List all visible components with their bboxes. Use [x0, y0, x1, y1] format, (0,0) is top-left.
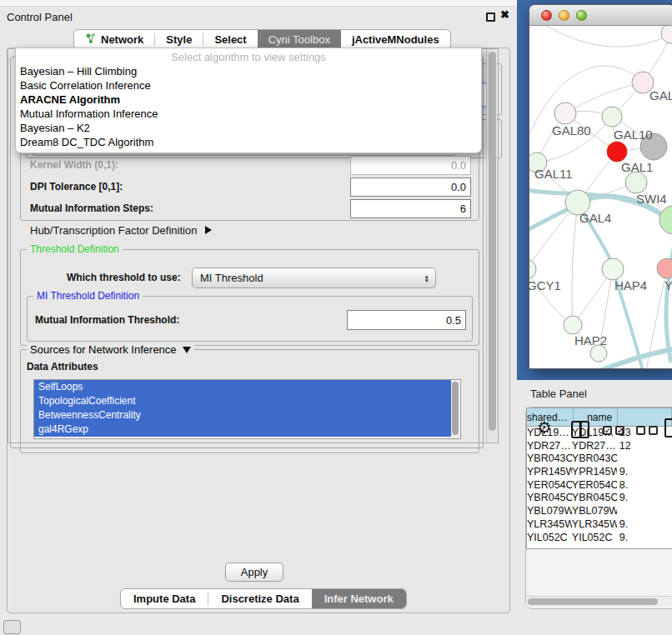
dpi-tolerance-field[interactable]: 0.0 — [350, 178, 471, 197]
svg-text:GAL10: GAL10 — [614, 128, 653, 142]
float-window-icon[interactable] — [486, 12, 495, 22]
minimize-traffic-light-icon[interactable] — [559, 10, 569, 21]
tab-infer-network[interactable]: Infer Network — [312, 589, 406, 608]
mi-threshold-label: Mutual Information Threshold: — [35, 314, 179, 326]
new-table-icon[interactable] — [664, 418, 672, 438]
control-panel-window: Control Panel ✖ Network Style — [0, 7, 517, 614]
apply-button[interactable]: Apply — [225, 562, 283, 582]
network-canvas[interactable]: GALGAL80GAL10GAL1GAL11GAL4SWI4GCY1HAP4YH… — [529, 26, 672, 369]
data-attributes-list[interactable]: SelfLoopsTopologicalCoefficientBetweenne… — [33, 379, 461, 439]
tab-select[interactable]: Select — [203, 30, 257, 49]
expand-right-icon — [205, 226, 212, 234]
tab-discretize-data[interactable]: Discretize Data — [208, 589, 311, 608]
kernel-width-field: 0.0 — [350, 156, 471, 175]
svg-text:SWI4: SWI4 — [636, 192, 667, 206]
network-tab-icon — [85, 32, 97, 47]
svg-text:HAP4: HAP4 — [614, 278, 647, 292]
data-attribute-item[interactable]: gal4RGexp — [34, 422, 451, 437]
tab-jactivemnodules[interactable]: jActiveMNodules — [341, 30, 450, 49]
table-body: YDL19…YDL19…13YDR27…YDR27…12YBR043CYBR04… — [527, 427, 672, 544]
mi-steps-field[interactable]: 6 — [350, 199, 471, 218]
data-attributes-label: Data Attributes — [27, 361, 98, 372]
collapse-down-icon — [183, 347, 191, 353]
table-panel-box: ⚙ ✓✓ shared…name YDL19…YDL19…13YDR27…YDR… — [525, 407, 672, 609]
app-root: Control Panel ✖ Network Style — [0, 0, 672, 635]
mi-threshold-title: MI Threshold Definition — [33, 290, 143, 302]
table-row[interactable]: YDR27…YDR27…12 — [527, 440, 672, 453]
algorithm-options: Bayesian – Hill ClimbingBasic Correlatio… — [16, 64, 481, 149]
table-row[interactable]: YIL052CYIL052C9. — [527, 532, 672, 545]
deselect-all-columns-icon[interactable] — [636, 426, 658, 435]
svg-text:Y: Y — [664, 278, 672, 292]
algorithm-option[interactable]: Bayesian – K2 — [16, 121, 481, 135]
close-icon[interactable]: ✖ — [500, 8, 509, 21]
which-threshold-label: Which threshold to use: — [67, 272, 181, 283]
dropdown-placeholder: Select algorithm to view settings — [16, 48, 481, 64]
dpi-tolerance-label: DPI Tolerance [0,1]: — [30, 181, 123, 192]
columns-icon[interactable] — [571, 421, 589, 438]
mi-threshold-field[interactable]: 0.5 — [347, 310, 466, 330]
data-attribute-item[interactable]: SelfLoops — [34, 380, 451, 394]
mi-steps-label: Mutual Information Steps: — [30, 202, 153, 214]
data-attribute-item[interactable]: BetweennessCentrality — [34, 408, 451, 422]
threshold-definition-title: Threshold Definition — [27, 243, 123, 255]
settings-scrollbar[interactable] — [486, 49, 497, 442]
which-threshold-combobox[interactable]: MI Threshold ▲▼ — [192, 268, 436, 288]
algorithm-option[interactable]: Bayesian – Hill Climbing — [16, 64, 481, 78]
minimized-panel-button[interactable] — [3, 620, 21, 634]
sources-title[interactable]: Sources for Network Inference — [27, 343, 194, 356]
table-row[interactable]: YBR045CYBR045C9. — [527, 492, 672, 505]
table-row[interactable]: YPR145WYPR145W9. — [527, 466, 672, 479]
zoom-traffic-light-icon[interactable] — [576, 10, 587, 21]
data-attribute-item[interactable]: TopologicalCoefficient — [34, 394, 451, 408]
algorithm-option[interactable]: Basic Correlation Inference — [16, 78, 481, 92]
tab-impute-data[interactable]: Impute Data — [121, 589, 208, 608]
network-window: GALGAL80GAL10GAL1GAL11GAL4SWI4GCY1HAP4YH… — [529, 4, 672, 369]
attributes-scrollbar[interactable] — [451, 381, 459, 439]
table-panel-title: Table Panel — [530, 388, 587, 400]
select-all-columns-icon[interactable]: ✓✓ — [603, 426, 624, 435]
svg-text:GAL1: GAL1 — [621, 160, 653, 174]
algorithm-dropdown: Select algorithm to view settings Bayesi… — [15, 48, 482, 153]
top-strip — [0, 0, 517, 7]
algorithm-option[interactable]: Mutual Information Inference — [16, 107, 481, 121]
tab-style[interactable]: Style — [155, 30, 203, 49]
algorithm-option[interactable]: ARACNE Algorithm — [16, 92, 481, 107]
table-panel: Table Panel ⚙ ✓✓ shared…name YDL19…YDL19… — [517, 380, 672, 635]
svg-text:GAL: GAL — [649, 88, 672, 102]
algorithm-option[interactable]: Dream8 DC_TDC Algorithm — [16, 135, 481, 149]
tab-network-label: Network — [101, 33, 143, 46]
table-row[interactable]: YBR043CYBR043C — [527, 452, 672, 466]
svg-text:GAL4: GAL4 — [579, 211, 611, 225]
gear-icon[interactable]: ⚙ — [537, 418, 552, 438]
svg-text:GAL11: GAL11 — [534, 167, 573, 181]
svg-text:GCY1: GCY1 — [529, 278, 561, 292]
kernel-width-label: Kernel Width (0,1): — [30, 159, 118, 171]
tab-cyni-toolbox[interactable]: Cyni Toolbox — [258, 30, 341, 49]
network-window-titlebar[interactable] — [529, 5, 672, 26]
svg-text:HAP2: HAP2 — [574, 333, 607, 348]
tab-network[interactable]: Network — [74, 30, 154, 49]
network-graph: GALGAL80GAL10GAL1GAL11GAL4SWI4GCY1HAP4YH… — [529, 26, 672, 369]
close-traffic-light-icon[interactable] — [541, 10, 552, 21]
svg-text:GAL80: GAL80 — [552, 123, 591, 138]
table-row[interactable]: YBL079WYBL079W — [527, 505, 672, 518]
combo-spinner-icon: ▲▼ — [424, 274, 429, 282]
hub-definition-toggle[interactable]: Hub/Transcription Factor Definition — [30, 224, 212, 237]
control-panel-title: Control Panel — [7, 11, 73, 23]
table-row[interactable]: YER054CYER054C8. — [527, 479, 672, 492]
bottom-tabbar: Impute Data Discretize Data Infer Networ… — [120, 588, 407, 609]
table-row[interactable]: YLR345WYLR345W9. — [527, 518, 672, 532]
